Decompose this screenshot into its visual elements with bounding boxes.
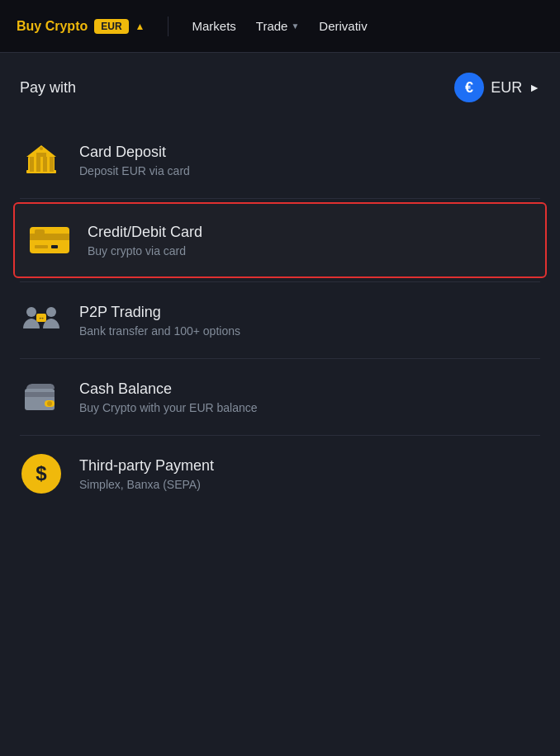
currency-selector[interactable]: € EUR ► [454,73,540,102]
svg-rect-5 [50,157,54,172]
buy-crypto-label: Buy Crypto [17,19,88,34]
credit-card-icon [28,219,71,262]
card-deposit-text: Card Deposit Deposit EUR via card [79,144,540,177]
third-party-subtitle: Simplex, Banxa (SEPA) [79,478,540,491]
svg-text:↔: ↔ [38,314,45,322]
markets-nav-item[interactable]: Markets [192,19,235,33]
credit-debit-title: Credit/Debit Card [88,224,532,241]
currency-circle-icon: € [454,73,484,102]
third-party-title: Third-party Payment [79,457,540,475]
currency-label: EUR [491,79,522,97]
pay-with-section: Pay with € EUR ► [0,53,560,116]
card-deposit-subtitle: Deposit EUR via card [79,164,540,177]
p2p-svg-icon: ↔ [20,300,63,340]
credit-card-svg-icon [28,224,71,257]
third-party-text: Third-party Payment Simplex, Banxa (SEPA… [79,457,540,491]
pay-with-label: Pay with [20,79,76,97]
trade-nav-item[interactable]: Trade ▼ [256,19,300,33]
nav-separator [168,17,168,36]
svg-rect-19 [25,392,55,397]
svg-rect-12 [51,245,58,248]
trade-label: Trade [256,19,288,33]
payment-option-p2p[interactable]: ↔ P2P Trading Bank transfer and 100+ opt… [0,282,560,358]
cash-balance-icon [20,376,63,418]
trade-arrow-icon: ▼ [291,21,299,31]
svg-point-21 [47,401,52,406]
p2p-title: P2P Trading [79,304,540,321]
p2p-subtitle: Bank transfer and 100+ options [79,324,540,338]
svg-rect-3 [36,157,40,172]
cash-balance-text: Cash Balance Buy Crypto with your EUR ba… [79,380,540,414]
credit-debit-subtitle: Buy crypto via card [88,244,532,258]
p2p-icon: ↔ [20,299,63,342]
derivatives-nav-item[interactable]: Derivativ [319,19,367,33]
wallet-svg-icon [20,377,63,417]
cash-balance-title: Cash Balance [79,380,540,398]
payment-option-cash-balance[interactable]: Cash Balance Buy Crypto with your EUR ba… [0,359,560,435]
svg-point-8 [40,147,43,150]
payment-options-list: Card Deposit Deposit EUR via card Credit… [0,116,560,518]
card-deposit-title: Card Deposit [79,144,540,161]
p2p-text: P2P Trading Bank transfer and 100+ optio… [79,304,540,338]
svg-rect-18 [25,389,55,410]
divider-1 [20,198,540,199]
payment-option-third-party[interactable]: $ Third-party Payment Simplex, Banxa (SE… [0,436,560,512]
payment-option-credit-debit[interactable]: Credit/Debit Card Buy crypto via card [13,202,547,278]
dollar-circle-icon: $ [21,454,61,494]
card-deposit-icon [20,139,63,182]
svg-rect-13 [35,229,45,236]
svg-point-14 [26,307,36,317]
derivatives-label: Derivativ [319,19,367,33]
currency-arrow-icon: ► [529,81,540,94]
navbar: Buy Crypto EUR ▲ Markets Trade ▼ Derivat… [0,0,560,53]
third-party-icon: $ [20,452,63,495]
nav-arrow-up-icon: ▲ [135,21,145,32]
cash-balance-subtitle: Buy Crypto with your EUR balance [79,401,540,414]
currency-badge: EUR [94,19,128,34]
svg-point-15 [46,307,56,317]
credit-debit-text: Credit/Debit Card Buy crypto via card [88,224,532,258]
payment-option-card-deposit[interactable]: Card Deposit Deposit EUR via card [0,122,560,198]
svg-rect-4 [43,157,47,172]
buy-crypto-nav[interactable]: Buy Crypto EUR ▲ [17,19,145,34]
bank-svg-icon [21,140,61,180]
svg-rect-2 [30,157,34,172]
svg-rect-11 [35,245,48,248]
markets-label: Markets [192,19,235,33]
currency-symbol: € [465,79,473,97]
svg-rect-7 [36,153,46,157]
